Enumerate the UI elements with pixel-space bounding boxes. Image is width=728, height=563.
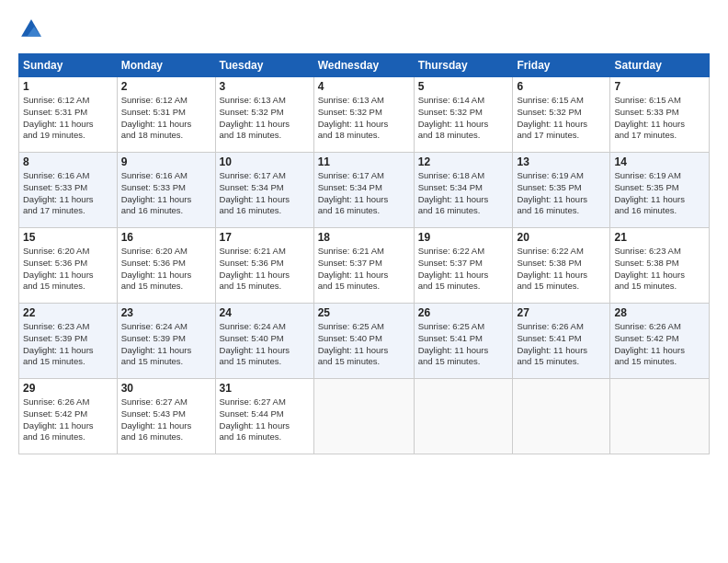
- calendar-cell: 27Sunrise: 6:26 AMSunset: 5:41 PMDayligh…: [513, 304, 610, 379]
- day-info: Sunrise: 6:27 AMSunset: 5:44 PMDaylight:…: [220, 396, 310, 443]
- calendar-cell: 28Sunrise: 6:26 AMSunset: 5:42 PMDayligh…: [610, 304, 710, 379]
- day-number: 19: [418, 231, 509, 244]
- day-info: Sunrise: 6:25 AMSunset: 5:40 PMDaylight:…: [318, 321, 410, 368]
- day-info: Sunrise: 6:26 AMSunset: 5:42 PMDaylight:…: [614, 321, 705, 368]
- header-tuesday: Tuesday: [215, 54, 313, 77]
- day-number: 30: [121, 382, 211, 395]
- calendar-cell: 24Sunrise: 6:24 AMSunset: 5:40 PMDayligh…: [215, 304, 313, 379]
- day-number: 11: [318, 155, 410, 168]
- calendar-cell: 13Sunrise: 6:19 AMSunset: 5:35 PMDayligh…: [513, 153, 610, 228]
- calendar-cell: 30Sunrise: 6:27 AMSunset: 5:43 PMDayligh…: [117, 379, 215, 454]
- week-row-4: 22Sunrise: 6:23 AMSunset: 5:39 PMDayligh…: [19, 304, 710, 379]
- day-info: Sunrise: 6:24 AMSunset: 5:40 PMDaylight:…: [220, 321, 310, 368]
- calendar-cell: 10Sunrise: 6:17 AMSunset: 5:34 PMDayligh…: [215, 153, 313, 228]
- day-info: Sunrise: 6:17 AMSunset: 5:34 PMDaylight:…: [318, 170, 410, 217]
- calendar-cell: 16Sunrise: 6:20 AMSunset: 5:36 PMDayligh…: [117, 228, 215, 304]
- calendar-cell: 14Sunrise: 6:19 AMSunset: 5:35 PMDayligh…: [610, 153, 710, 228]
- calendar-cell: 4Sunrise: 6:13 AMSunset: 5:32 PMDaylight…: [313, 77, 414, 153]
- calendar-cell: 29Sunrise: 6:26 AMSunset: 5:42 PMDayligh…: [19, 379, 118, 454]
- calendar-cell: 18Sunrise: 6:21 AMSunset: 5:37 PMDayligh…: [313, 228, 414, 304]
- day-number: 13: [517, 155, 606, 168]
- day-info: Sunrise: 6:12 AMSunset: 5:31 PMDaylight:…: [23, 95, 113, 142]
- logo-icon: [18, 17, 44, 42]
- day-number: 24: [220, 306, 310, 319]
- day-number: 9: [121, 155, 211, 168]
- day-number: 8: [23, 155, 113, 168]
- day-number: 29: [23, 382, 113, 395]
- calendar-header-row: SundayMondayTuesdayWednesdayThursdayFrid…: [19, 54, 710, 77]
- calendar-cell: 26Sunrise: 6:25 AMSunset: 5:41 PMDayligh…: [414, 304, 513, 379]
- day-info: Sunrise: 6:18 AMSunset: 5:34 PMDaylight:…: [418, 170, 509, 217]
- calendar-table: SundayMondayTuesdayWednesdayThursdayFrid…: [18, 53, 710, 454]
- header-wednesday: Wednesday: [313, 54, 414, 77]
- header: [18, 17, 710, 42]
- day-info: Sunrise: 6:24 AMSunset: 5:39 PMDaylight:…: [121, 321, 211, 368]
- header-monday: Monday: [117, 54, 215, 77]
- day-number: 6: [517, 80, 606, 93]
- day-number: 5: [418, 80, 509, 93]
- calendar-cell: 9Sunrise: 6:16 AMSunset: 5:33 PMDaylight…: [117, 153, 215, 228]
- header-saturday: Saturday: [610, 54, 710, 77]
- week-row-2: 8Sunrise: 6:16 AMSunset: 5:33 PMDaylight…: [19, 153, 710, 228]
- day-info: Sunrise: 6:16 AMSunset: 5:33 PMDaylight:…: [23, 170, 113, 217]
- day-number: 14: [614, 155, 705, 168]
- calendar-cell: 7Sunrise: 6:15 AMSunset: 5:33 PMDaylight…: [610, 77, 710, 153]
- calendar-cell: 1Sunrise: 6:12 AMSunset: 5:31 PMDaylight…: [19, 77, 118, 153]
- day-info: Sunrise: 6:27 AMSunset: 5:43 PMDaylight:…: [121, 396, 211, 443]
- day-info: Sunrise: 6:22 AMSunset: 5:37 PMDaylight:…: [418, 246, 509, 293]
- calendar-cell: 19Sunrise: 6:22 AMSunset: 5:37 PMDayligh…: [414, 228, 513, 304]
- day-number: 20: [517, 231, 606, 244]
- day-info: Sunrise: 6:15 AMSunset: 5:32 PMDaylight:…: [517, 95, 606, 142]
- calendar-cell: 15Sunrise: 6:20 AMSunset: 5:36 PMDayligh…: [19, 228, 118, 304]
- day-info: Sunrise: 6:13 AMSunset: 5:32 PMDaylight:…: [318, 95, 410, 142]
- calendar-cell: 6Sunrise: 6:15 AMSunset: 5:32 PMDaylight…: [513, 77, 610, 153]
- day-number: 2: [121, 80, 211, 93]
- calendar-cell: 8Sunrise: 6:16 AMSunset: 5:33 PMDaylight…: [19, 153, 118, 228]
- header-thursday: Thursday: [414, 54, 513, 77]
- day-number: 17: [220, 231, 310, 244]
- day-info: Sunrise: 6:19 AMSunset: 5:35 PMDaylight:…: [614, 170, 705, 217]
- calendar-cell: [610, 379, 710, 454]
- calendar-cell: 17Sunrise: 6:21 AMSunset: 5:36 PMDayligh…: [215, 228, 313, 304]
- day-number: 31: [220, 382, 310, 395]
- day-number: 25: [318, 306, 410, 319]
- day-info: Sunrise: 6:19 AMSunset: 5:35 PMDaylight:…: [517, 170, 606, 217]
- day-number: 26: [418, 306, 509, 319]
- day-info: Sunrise: 6:26 AMSunset: 5:41 PMDaylight:…: [517, 321, 606, 368]
- calendar-cell: 2Sunrise: 6:12 AMSunset: 5:31 PMDaylight…: [117, 77, 215, 153]
- day-number: 27: [517, 306, 606, 319]
- calendar-cell: 23Sunrise: 6:24 AMSunset: 5:39 PMDayligh…: [117, 304, 215, 379]
- day-info: Sunrise: 6:23 AMSunset: 5:39 PMDaylight:…: [23, 321, 113, 368]
- day-info: Sunrise: 6:22 AMSunset: 5:38 PMDaylight:…: [517, 246, 606, 293]
- calendar-cell: 22Sunrise: 6:23 AMSunset: 5:39 PMDayligh…: [19, 304, 118, 379]
- day-number: 12: [418, 155, 509, 168]
- day-info: Sunrise: 6:13 AMSunset: 5:32 PMDaylight:…: [220, 95, 310, 142]
- logo: [18, 17, 48, 42]
- day-info: Sunrise: 6:15 AMSunset: 5:33 PMDaylight:…: [614, 95, 705, 142]
- calendar-cell: 25Sunrise: 6:25 AMSunset: 5:40 PMDayligh…: [313, 304, 414, 379]
- day-number: 1: [23, 80, 113, 93]
- day-info: Sunrise: 6:25 AMSunset: 5:41 PMDaylight:…: [418, 321, 509, 368]
- calendar-cell: [513, 379, 610, 454]
- day-number: 4: [318, 80, 410, 93]
- day-number: 10: [220, 155, 310, 168]
- day-info: Sunrise: 6:20 AMSunset: 5:36 PMDaylight:…: [121, 246, 211, 293]
- calendar-cell: 3Sunrise: 6:13 AMSunset: 5:32 PMDaylight…: [215, 77, 313, 153]
- calendar-cell: 20Sunrise: 6:22 AMSunset: 5:38 PMDayligh…: [513, 228, 610, 304]
- header-friday: Friday: [513, 54, 610, 77]
- day-info: Sunrise: 6:21 AMSunset: 5:36 PMDaylight:…: [220, 246, 310, 293]
- calendar-cell: 5Sunrise: 6:14 AMSunset: 5:32 PMDaylight…: [414, 77, 513, 153]
- calendar-cell: 21Sunrise: 6:23 AMSunset: 5:38 PMDayligh…: [610, 228, 710, 304]
- day-info: Sunrise: 6:20 AMSunset: 5:36 PMDaylight:…: [23, 246, 113, 293]
- day-info: Sunrise: 6:23 AMSunset: 5:38 PMDaylight:…: [614, 246, 705, 293]
- day-info: Sunrise: 6:12 AMSunset: 5:31 PMDaylight:…: [121, 95, 211, 142]
- calendar-cell: [313, 379, 414, 454]
- day-number: 18: [318, 231, 410, 244]
- day-info: Sunrise: 6:14 AMSunset: 5:32 PMDaylight:…: [418, 95, 509, 142]
- page-container: SundayMondayTuesdayWednesdayThursdayFrid…: [0, 0, 728, 464]
- day-number: 16: [121, 231, 211, 244]
- day-info: Sunrise: 6:21 AMSunset: 5:37 PMDaylight:…: [318, 246, 410, 293]
- header-sunday: Sunday: [19, 54, 118, 77]
- week-row-1: 1Sunrise: 6:12 AMSunset: 5:31 PMDaylight…: [19, 77, 710, 153]
- day-number: 3: [220, 80, 310, 93]
